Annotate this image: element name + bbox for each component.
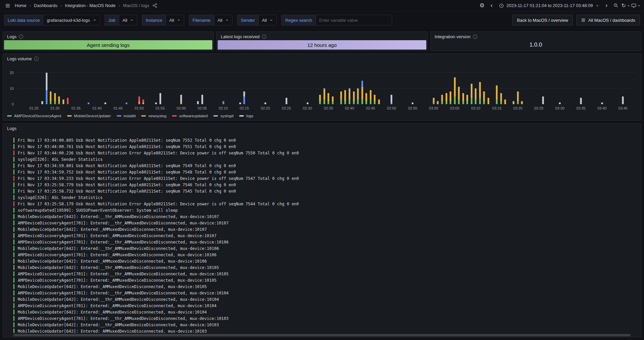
- volume-bar[interactable]: [370, 73, 371, 104]
- volume-bar[interactable]: [88, 73, 90, 104]
- time-range-back-button[interactable]: [487, 1, 496, 10]
- volume-bar[interactable]: [441, 73, 443, 104]
- log-row[interactable]: AMPDeviceDiscoveryAgent[701]: Entered:__…: [13, 315, 637, 322]
- volume-bar[interactable]: [62, 73, 64, 104]
- info-icon[interactable]: i: [34, 57, 39, 61]
- log-row[interactable]: Fri Nov 17 03:34:59.233 Usb Host Notific…: [13, 175, 637, 182]
- volume-bar[interactable]: [155, 73, 157, 104]
- volume-bar[interactable]: [42, 73, 43, 104]
- volume-bar[interactable]: [46, 73, 47, 104]
- log-row[interactable]: AMPDeviceDiscoveryAgent[701]: Entered:_A…: [13, 252, 637, 258]
- dashboard-settings-button[interactable]: ⚙: [478, 1, 486, 10]
- log-row[interactable]: syslogd[326]: ASL Sender Statistics: [13, 156, 637, 162]
- filter-label-filename[interactable]: Filename: [189, 15, 214, 25]
- menu-toggle-button[interactable]: [3, 1, 12, 10]
- log-row[interactable]: AMPDeviceDiscoveryAgent[701]: Entered:_A…: [13, 302, 637, 309]
- log-row[interactable]: MobileDeviceUpdater[642]: Entered:__thr_…: [13, 322, 637, 328]
- volume-bar[interactable]: [445, 73, 447, 104]
- scrollbar-thumb[interactable]: [13, 334, 631, 336]
- volume-bar[interactable]: [244, 73, 245, 104]
- volume-bar[interactable]: [50, 73, 52, 104]
- volume-bar[interactable]: [307, 73, 308, 104]
- share-icon[interactable]: [151, 1, 159, 10]
- log-row[interactable]: Fri Nov 17 03:25:58.179 Usb Host Notific…: [13, 201, 637, 207]
- filter-value-loki-data-source[interactable]: grafanacloud-k3d-logs: [43, 15, 100, 25]
- legend-item-softwareupdated[interactable]: softwareupdated: [172, 114, 208, 118]
- legend-item-AMPDeviceDiscoveryAgent[interactable]: AMPDeviceDiscoveryAgent: [7, 114, 61, 118]
- volume-bar[interactable]: [521, 73, 523, 104]
- log-row[interactable]: softwareupdated[19599]: SUOSUPowerEventO…: [13, 207, 637, 213]
- time-range-picker[interactable]: 2023-11-17 01:21:04 to 2023-11-17 03:48:…: [497, 3, 601, 8]
- log-row[interactable]: syslogd[326]: ASL Sender Statistics: [13, 194, 637, 201]
- legend-item-logs[interactable]: logs: [239, 114, 253, 118]
- volume-bar[interactable]: [437, 73, 439, 104]
- volume-bar[interactable]: [479, 73, 481, 104]
- filter-label-regex-search[interactable]: Regex search: [281, 15, 315, 25]
- volume-bar[interactable]: [197, 73, 199, 104]
- volume-bar[interactable]: [319, 73, 321, 104]
- breadcrumb-item[interactable]: Dashboards: [34, 3, 57, 8]
- filter-value-filename[interactable]: All: [214, 15, 232, 25]
- volume-bar[interactable]: [374, 73, 376, 104]
- time-range-forward-button[interactable]: [602, 1, 611, 10]
- volume-bar[interactable]: [622, 73, 624, 104]
- volume-bar[interactable]: [454, 73, 455, 104]
- volume-bar[interactable]: [348, 73, 350, 104]
- info-icon[interactable]: i: [473, 35, 477, 39]
- volume-bar[interactable]: [138, 73, 140, 104]
- horizontal-scrollbar[interactable]: [13, 334, 637, 336]
- volume-bar[interactable]: [143, 73, 144, 104]
- volume-bar[interactable]: [450, 73, 451, 104]
- refresh-button[interactable]: ↻: [622, 1, 630, 10]
- volume-bar[interactable]: [433, 73, 434, 104]
- log-row[interactable]: MobileDeviceUpdater[642]: Entered:__thr_…: [13, 264, 637, 271]
- volume-bar[interactable]: [496, 73, 498, 104]
- volume-bar[interactable]: [458, 73, 460, 104]
- log-row[interactable]: MobileDeviceUpdater[642]: Entered:_AMMux…: [13, 309, 637, 315]
- volume-bar[interactable]: [504, 73, 506, 104]
- volume-bar[interactable]: [180, 73, 182, 104]
- volume-bar[interactable]: [344, 73, 346, 104]
- breadcrumb-item[interactable]: MacOS / logs: [123, 3, 149, 8]
- volume-bar[interactable]: [580, 73, 582, 104]
- volume-bar[interactable]: [285, 73, 287, 104]
- volume-bar[interactable]: [517, 73, 519, 104]
- legend-item-syslogd[interactable]: syslogd: [213, 114, 233, 118]
- log-row[interactable]: MobileDeviceUpdater[642]: Entered:_AMMux…: [13, 226, 637, 232]
- volume-bar[interactable]: [483, 73, 485, 104]
- volume-bar[interactable]: [353, 73, 355, 104]
- volume-bar[interactable]: [126, 73, 127, 104]
- volume-bar[interactable]: [58, 73, 60, 104]
- log-row[interactable]: Fri Nov 17 03:25:58.779 Usb Host Notific…: [13, 182, 637, 188]
- log-row[interactable]: AMPDeviceDiscoveryAgent[701]: Entered:__…: [13, 271, 637, 277]
- legend-item-MobileDeviceUpdater[interactable]: MobileDeviceUpdater: [67, 114, 111, 118]
- volume-bar[interactable]: [105, 73, 106, 104]
- all-dashboards-button[interactable]: All MacOS / dashboards: [576, 15, 640, 25]
- filter-value-sender[interactable]: All: [258, 15, 277, 25]
- volume-bar[interactable]: [323, 73, 325, 104]
- log-row[interactable]: MobileDeviceUpdater[642]: Entered:__thr_…: [13, 296, 637, 302]
- volume-bar[interactable]: [513, 73, 515, 104]
- log-row[interactable]: Fri Nov 17 03:44:00.761 Usb Host Notific…: [13, 143, 637, 150]
- log-row[interactable]: MobileDeviceUpdater[642]: Entered:__thr_…: [13, 245, 637, 252]
- volume-bar[interactable]: [378, 73, 380, 104]
- volume-bar[interactable]: [361, 73, 363, 104]
- info-icon[interactable]: i: [19, 35, 23, 39]
- log-row[interactable]: MobileDeviceUpdater[642]: Entered:_AMMux…: [13, 283, 637, 290]
- volume-bar[interactable]: [67, 73, 68, 104]
- volume-bar[interactable]: [471, 73, 472, 104]
- filter-label-sender[interactable]: Sender: [237, 15, 258, 25]
- volume-bar[interactable]: [328, 73, 329, 104]
- legend-item-newsyslog[interactable]: newsyslog: [141, 114, 166, 118]
- volume-bar[interactable]: [500, 73, 502, 104]
- log-row[interactable]: AMPDeviceDiscoveryAgent[701]: Entered:_A…: [13, 277, 637, 283]
- time-range-zoom-out-button[interactable]: [612, 1, 621, 10]
- volume-bar[interactable]: [601, 73, 603, 104]
- log-row[interactable]: AMPDeviceDiscoveryAgent[701]: Entered:__…: [13, 290, 637, 296]
- filter-label-job[interactable]: Job: [105, 15, 119, 25]
- log-row[interactable]: Fri Nov 17 03:25:58.732 Usb Host Notific…: [13, 188, 637, 194]
- log-row[interactable]: AMPDeviceDiscoveryAgent[701]: Entered:_A…: [13, 232, 637, 239]
- breadcrumb-item[interactable]: Home: [15, 3, 26, 8]
- volume-bar[interactable]: [332, 73, 333, 104]
- log-row[interactable]: MobileDeviceUpdater[642]: Entered:__thr_…: [13, 213, 637, 220]
